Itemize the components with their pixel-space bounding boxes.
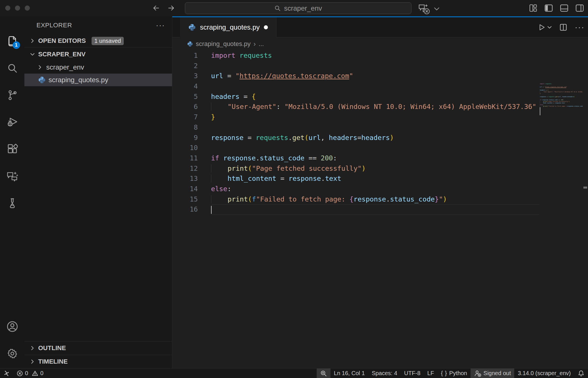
line-number[interactable]: 9 (172, 133, 211, 143)
copilot-status-button[interactable] (417, 3, 440, 15)
eol-button[interactable]: LF (424, 369, 437, 378)
more-actions-button[interactable]: ··· (575, 23, 585, 32)
code-line[interactable]: 8 (172, 122, 588, 133)
line-number[interactable]: 11 (172, 153, 211, 164)
navigate-back-button[interactable] (151, 3, 161, 13)
line-number[interactable]: 15 (172, 194, 211, 205)
remote-indicator-button[interactable] (0, 369, 13, 378)
source-control-view-button[interactable] (5, 88, 20, 102)
outline-section-header[interactable]: OUTLINE (24, 341, 172, 355)
toggle-primary-sidebar-button[interactable] (544, 3, 553, 13)
tab-scraping-quotes[interactable]: scraping_quotes.py (180, 17, 276, 37)
code-editor[interactable]: 1import requests2 3url = "https://quotes… (172, 51, 588, 368)
signed-out-button[interactable]: Signed out (471, 369, 514, 378)
zoom-in-icon (320, 370, 327, 377)
minimap[interactable]: import requests url = "https://quotes.to… (540, 83, 583, 120)
code-line[interactable]: 9response = requests.get(url, headers=he… (172, 133, 588, 143)
command-center-search[interactable]: scraper_env (185, 2, 411, 14)
code-line[interactable]: 10 (172, 143, 588, 153)
code-line[interactable]: 13 html_content = response.text (172, 174, 588, 184)
workspace-section-header[interactable]: SCRAPER_ENV (24, 48, 172, 61)
breadcrumb-file[interactable]: scraping_quotes.py (196, 40, 251, 48)
vscode-window: scraper_env (0, 0, 588, 378)
zoom-indicator-button[interactable] (317, 369, 330, 378)
cursor-position-button[interactable]: Ln 16, Col 1 (330, 369, 368, 378)
line-number[interactable]: 6 (172, 102, 211, 112)
problems-button[interactable]: 0 0 (13, 369, 47, 378)
code-line[interactable]: 12 print("Page fetched successfully") (172, 164, 588, 174)
toggle-secondary-sidebar-button[interactable] (575, 3, 584, 13)
tree-item-file-selected[interactable]: scraping_quotes.py (24, 74, 172, 86)
timeline-section-header[interactable]: TIMELINE (24, 355, 172, 368)
code-line[interactable]: 4 (172, 81, 588, 92)
accounts-button[interactable] (5, 319, 20, 334)
tab-title: scraping_quotes.py (200, 23, 260, 31)
split-editor-button[interactable] (559, 23, 567, 31)
code-line[interactable]: 3url = "https://quotes.toscrape.com" (172, 71, 588, 81)
breadcrumb-more[interactable]: ... (259, 40, 264, 48)
line-number[interactable]: 10 (172, 143, 211, 153)
maximize-window-button[interactable] (25, 5, 30, 11)
interpreter-text: 3.14.0 (scraper_env) (518, 370, 571, 377)
line-number[interactable]: 3 (172, 71, 211, 81)
line-number[interactable]: 14 (172, 184, 211, 194)
chat-sparkle-icon (6, 171, 18, 182)
line-number[interactable]: 13 (172, 174, 211, 184)
text-cursor (211, 206, 212, 214)
open-editors-label: OPEN EDITORS (38, 37, 86, 45)
settings-button[interactable] (5, 346, 20, 361)
code-line[interactable]: 1import requests (172, 51, 588, 61)
python-file-icon (38, 76, 46, 84)
line-number[interactable]: 5 (172, 92, 211, 102)
code-line[interactable]: 7} (172, 112, 588, 122)
line-number[interactable]: 7 (172, 112, 211, 122)
line-number[interactable]: 4 (172, 81, 211, 92)
extensions-view-button[interactable] (5, 142, 20, 156)
encoding-text: UTF-8 (404, 370, 421, 377)
line-number[interactable]: 1 (172, 51, 211, 61)
line-number[interactable]: 12 (172, 164, 211, 174)
customize-layout-button[interactable] (529, 3, 537, 13)
search-view-button[interactable] (5, 61, 20, 75)
breadcrumb[interactable]: scraping_quotes.py › ... (172, 37, 588, 51)
code-line[interactable]: 15 print(f"Failed to fetch page: {respon… (172, 194, 588, 205)
testing-view-button[interactable] (5, 196, 20, 210)
notifications-button[interactable] (574, 369, 588, 378)
code-line[interactable]: 14else: (172, 184, 588, 194)
line-number[interactable]: 16 (172, 204, 211, 215)
cursor-position-text: Ln 16, Col 1 (334, 370, 365, 377)
line-number[interactable]: 2 (172, 61, 211, 71)
run-python-file-button[interactable] (538, 24, 552, 31)
extensions-icon (7, 144, 18, 155)
language-mode-button[interactable]: { } Python (438, 369, 471, 378)
chat-view-button[interactable] (5, 169, 20, 183)
text-cursor (540, 107, 540, 115)
chevron-right-icon (29, 39, 36, 43)
code-line[interactable]: 5headers = { (172, 92, 588, 102)
workspace-name: SCRAPER_ENV (38, 51, 86, 58)
error-icon (17, 370, 23, 377)
gear-icon (7, 348, 18, 359)
code-line[interactable]: 2 (172, 61, 588, 71)
minimize-window-button[interactable] (15, 5, 20, 11)
outline-label: OUTLINE (38, 344, 66, 352)
code-line[interactable]: 11if response.status_code == 200: (172, 153, 588, 164)
tree-item-folder[interactable]: scraper_env (24, 61, 172, 74)
line-number[interactable]: 8 (172, 122, 211, 133)
navigate-forward-button[interactable] (166, 3, 176, 13)
explorer-view-button[interactable]: 1 (5, 34, 20, 48)
run-debug-view-button[interactable] (5, 115, 20, 129)
indentation-button[interactable]: Spaces: 4 (368, 369, 401, 378)
chevron-right-icon (29, 359, 36, 364)
activity-bar: 1 (0, 16, 24, 368)
close-window-button[interactable] (5, 5, 10, 11)
python-interpreter-button[interactable]: 3.14.0 (scraper_env) (514, 369, 574, 378)
code-line[interactable]: 6 "User-Agent": "Mozilla/5.0 (Windows NT… (172, 102, 588, 112)
unsaved-changes-dot[interactable] (264, 25, 268, 29)
code-line[interactable]: 16 (172, 204, 588, 215)
explorer-more-actions-button[interactable]: ··· (156, 21, 165, 30)
status-bar: 0 0 Ln 16, Col 1 Spaces: 4 UTF-8 LF { } … (0, 368, 588, 378)
open-editors-section-header[interactable]: OPEN EDITORS 1 unsaved (24, 34, 172, 47)
toggle-panel-button[interactable] (560, 3, 568, 13)
encoding-button[interactable]: UTF-8 (401, 369, 424, 378)
